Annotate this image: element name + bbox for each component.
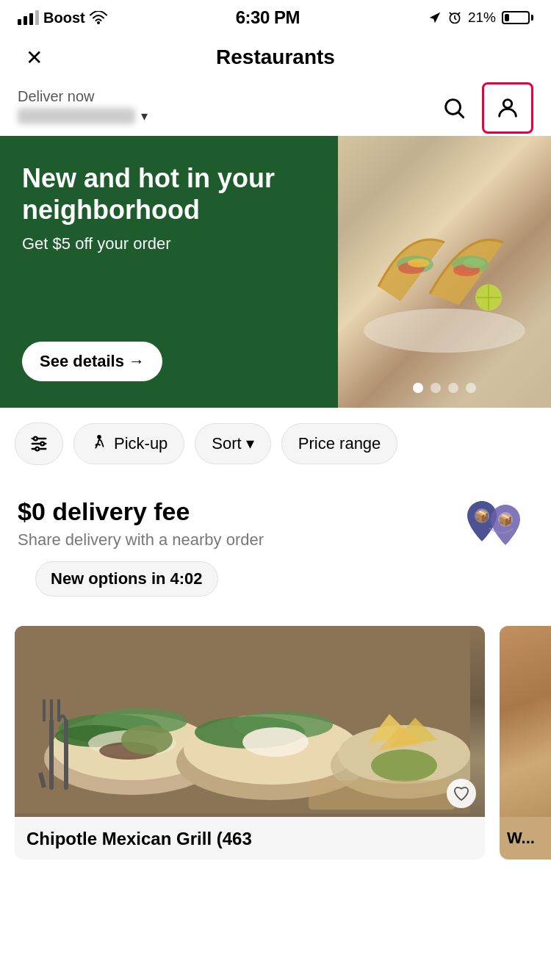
dot-4 xyxy=(466,383,476,393)
svg-point-9 xyxy=(463,258,485,268)
new-options-container: New options in 4:02 xyxy=(0,561,551,626)
filter-row: Pick-up Sort ▾ Price range xyxy=(0,408,551,480)
restaurant-name: Chipotle Mexican Grill (463 xyxy=(15,817,485,852)
top-nav: ✕ Restaurants xyxy=(0,32,551,82)
battery-percent: 21% xyxy=(468,10,496,26)
status-time: 6:30 PM xyxy=(236,7,300,28)
svg-point-35 xyxy=(371,749,437,782)
partial-restaurant-name: W... xyxy=(500,817,551,860)
card-image-wrapper xyxy=(15,626,485,817)
svg-point-32 xyxy=(242,727,309,757)
chevron-down-icon: ▾ xyxy=(141,108,148,124)
carousel-dots xyxy=(413,383,476,393)
svg-text:📦: 📦 xyxy=(475,509,489,523)
wifi-icon xyxy=(90,11,107,24)
see-details-button[interactable]: See details → xyxy=(22,342,162,381)
alarm-icon xyxy=(447,10,462,25)
page-title: Restaurants xyxy=(216,46,335,69)
dot-1 xyxy=(413,383,423,393)
delivery-title: $0 delivery fee xyxy=(18,497,460,526)
svg-rect-36 xyxy=(309,780,455,810)
price-range-filter-button[interactable]: Price range xyxy=(281,423,398,464)
svg-point-3 xyxy=(364,309,525,353)
svg-point-13 xyxy=(35,447,39,451)
svg-point-12 xyxy=(40,442,44,446)
sort-label: Sort ▾ xyxy=(212,434,253,453)
delivery-text: $0 delivery fee Share delivery with a ne… xyxy=(18,497,460,550)
status-right: 21% xyxy=(428,10,533,26)
dot-2 xyxy=(431,383,441,393)
pickup-filter-button[interactable]: Pick-up xyxy=(73,423,184,464)
svg-point-6 xyxy=(408,259,430,267)
food-bowls-image xyxy=(15,626,470,813)
pickup-label: Pick-up xyxy=(114,434,168,453)
banner-title: New and hot in your neighborhood xyxy=(22,162,316,226)
svg-point-11 xyxy=(34,437,37,441)
restaurant-image xyxy=(15,626,485,817)
banner-subtitle: Get $5 off your order xyxy=(22,234,316,253)
new-options-label: New options in 4:02 xyxy=(51,569,203,588)
new-options-badge[interactable]: New options in 4:02 xyxy=(35,561,218,597)
svg-point-2 xyxy=(503,100,511,108)
svg-text:📦: 📦 xyxy=(498,513,513,527)
restaurant-card[interactable]: Chipotle Mexican Grill (463 xyxy=(15,626,485,860)
carrier-label: Boost xyxy=(43,10,85,26)
status-bar: Boost 6:30 PM 21% xyxy=(0,0,551,32)
food-image xyxy=(349,169,540,375)
status-left: Boost xyxy=(18,10,107,26)
sliders-icon xyxy=(29,433,49,454)
close-button[interactable]: ✕ xyxy=(18,41,50,73)
delivery-icon: 📦 📦 xyxy=(460,497,533,549)
search-icon xyxy=(442,96,467,120)
heart-icon xyxy=(453,786,469,801)
address-blur xyxy=(18,108,135,124)
close-icon: ✕ xyxy=(26,46,43,70)
restaurant-cards-row: Chipotle Mexican Grill (463 W... xyxy=(0,626,551,860)
delivery-fee-section: $0 delivery fee Share delivery with a ne… xyxy=(0,480,551,561)
banner-image xyxy=(338,136,551,408)
banner-content: New and hot in your neighborhood Get $5 … xyxy=(0,136,338,408)
battery-icon xyxy=(502,11,533,24)
favorite-button[interactable] xyxy=(447,779,476,808)
deliver-header: Deliver now ▾ xyxy=(0,82,551,136)
delivery-subtitle: Share delivery with a nearby order xyxy=(18,530,460,550)
partial-restaurant-image xyxy=(500,626,551,817)
profile-button[interactable] xyxy=(482,82,533,134)
promo-banner: New and hot in your neighborhood Get $5 … xyxy=(0,136,551,408)
banner-text: New and hot in your neighborhood Get $5 … xyxy=(22,162,316,271)
svg-point-27 xyxy=(121,725,173,754)
dot-3 xyxy=(448,383,458,393)
person-icon xyxy=(495,96,520,120)
location-arrow-icon xyxy=(428,11,442,24)
header-action-icons xyxy=(438,82,533,134)
delivery-pins-icon: 📦 📦 xyxy=(460,497,533,549)
sort-filter-button[interactable]: Sort ▾ xyxy=(195,423,270,464)
price-range-label: Price range xyxy=(298,434,381,453)
restaurant-card-partial[interactable]: W... xyxy=(500,626,551,860)
search-button[interactable] xyxy=(438,92,470,124)
walking-icon xyxy=(90,434,108,453)
signal-bars-icon xyxy=(18,10,39,25)
filter-icon-button[interactable] xyxy=(15,422,63,465)
